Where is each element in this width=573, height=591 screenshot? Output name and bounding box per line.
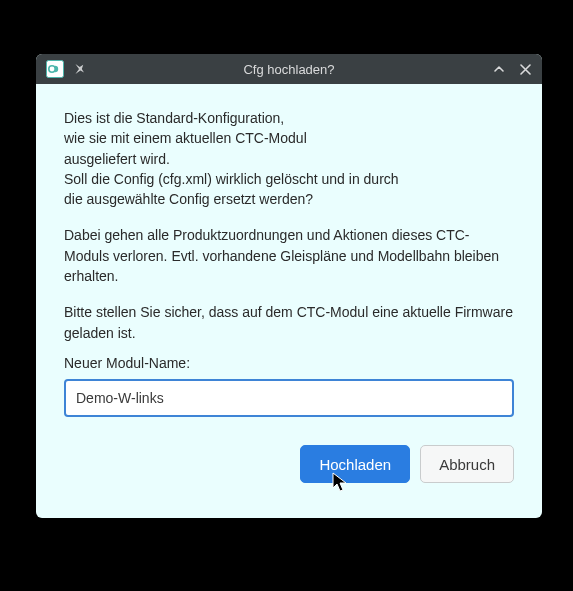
upload-button[interactable]: Hochladen xyxy=(300,445,410,483)
window-title: Cfg hochladen? xyxy=(243,62,334,77)
pin-icon[interactable] xyxy=(72,62,86,76)
titlebar[interactable]: Cfg hochladen? xyxy=(36,54,542,84)
paragraph-2: Dabei gehen alle Produktzuordnungen und … xyxy=(64,225,514,286)
paragraph-1: Dies ist die Standard-Konfiguration, wie… xyxy=(64,108,514,209)
dialog-window: Cfg hochladen? Dies ist die Standard-Kon… xyxy=(36,54,542,518)
module-name-input[interactable] xyxy=(64,379,514,417)
button-row: Hochladen Abbruch xyxy=(64,445,514,483)
paragraph-3: Bitte stellen Sie sicher, dass auf dem C… xyxy=(64,302,514,343)
cancel-button[interactable]: Abbruch xyxy=(420,445,514,483)
chevron-up-icon[interactable] xyxy=(492,62,506,76)
app-icon xyxy=(46,60,64,78)
module-name-label: Neuer Modul-Name: xyxy=(64,353,514,373)
close-icon[interactable] xyxy=(518,62,532,76)
dialog-content: Dies ist die Standard-Konfiguration, wie… xyxy=(36,84,542,518)
window-controls xyxy=(492,62,532,76)
